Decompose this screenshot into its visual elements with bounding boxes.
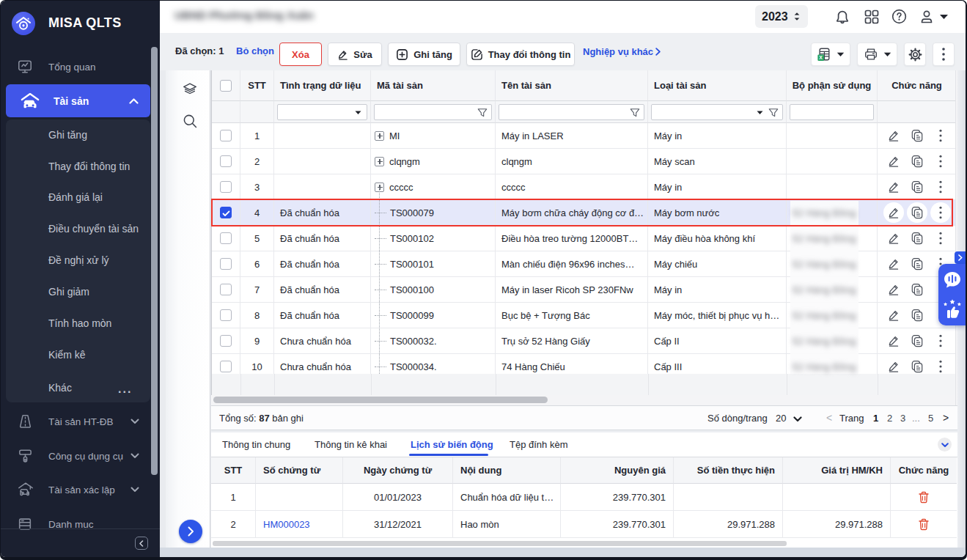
svg-text:X: X bbox=[819, 55, 823, 60]
